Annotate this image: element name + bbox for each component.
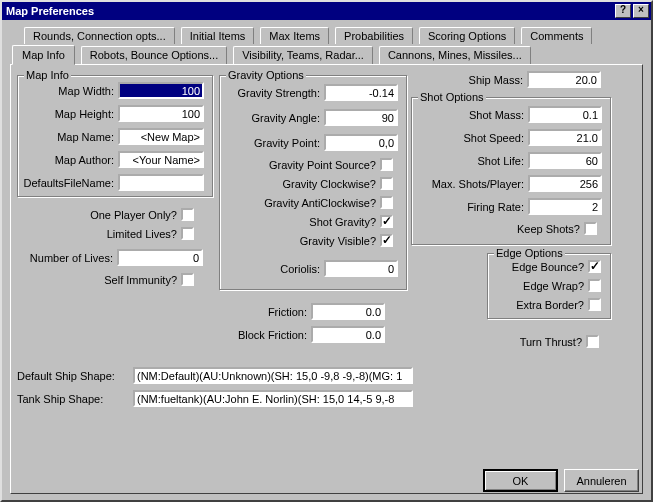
input-map-name[interactable] [118, 128, 204, 145]
input-shot-mass[interactable] [528, 106, 602, 123]
lbl-extra-border: Extra Border? [488, 299, 588, 311]
input-shot-life[interactable] [528, 152, 602, 169]
group-title-edge: Edge Options [494, 247, 565, 259]
input-friction[interactable] [311, 303, 385, 320]
group-title-shot: Shot Options [418, 91, 486, 103]
lbl-tank-ship-shape: Tank Ship Shape: [17, 393, 133, 405]
input-tank-ship-shape[interactable] [133, 390, 413, 407]
lbl-turn-thrust: Turn Thrust? [481, 336, 586, 348]
tab-page: Map Info Map Width: Map Height: Map Name… [10, 64, 643, 494]
tab-robots-bounce[interactable]: Robots, Bounce Options... [81, 46, 227, 65]
input-map-width[interactable] [118, 82, 204, 99]
lbl-grav-anticw: Gravity AntiClockwise? [220, 197, 380, 209]
input-default-ship-shape[interactable] [133, 367, 413, 384]
lbl-edge-bounce: Edge Bounce? [488, 261, 588, 273]
chk-edge-wrap[interactable] [588, 279, 601, 292]
input-firing-rate[interactable] [528, 198, 602, 215]
input-ship-mass[interactable] [527, 71, 601, 88]
lbl-grav-visible: Gravity Visible? [220, 235, 380, 247]
input-grav-point[interactable] [324, 134, 398, 151]
tab-probabilities[interactable]: Probabilities [335, 27, 413, 44]
window-title: Map Preferences [6, 5, 613, 17]
help-button[interactable]: ? [615, 4, 631, 18]
group-edge: Edge Options Edge Bounce? Edge Wrap? Ext… [487, 253, 611, 319]
input-block-friction[interactable] [311, 326, 385, 343]
chk-grav-clockwise[interactable] [380, 177, 393, 190]
lbl-limited-lives: Limited Lives? [51, 228, 181, 240]
chk-keep-shots[interactable] [584, 222, 597, 235]
lbl-friction: Friction: [221, 306, 311, 318]
tab-max-items[interactable]: Max Items [260, 27, 329, 44]
tab-initial-items[interactable]: Initial Items [181, 27, 255, 44]
lbl-shot-life: Shot Life: [412, 155, 528, 167]
input-map-author[interactable] [118, 151, 204, 168]
group-title-map-info: Map Info [24, 69, 71, 81]
tab-comments[interactable]: Comments [521, 27, 592, 44]
lbl-coriolis: Coriolis: [220, 263, 324, 275]
lbl-edge-wrap: Edge Wrap? [488, 280, 588, 292]
lbl-shot-gravity: Shot Gravity? [220, 216, 380, 228]
chk-shot-gravity[interactable] [380, 215, 393, 228]
group-shot: Shot Options Shot Mass: Shot Speed: Shot… [411, 97, 611, 245]
chk-turn-thrust[interactable] [586, 335, 599, 348]
lbl-grav-point: Gravity Point: [220, 137, 324, 149]
tab-scoring-options[interactable]: Scoring Options [419, 27, 515, 44]
input-max-shots[interactable] [528, 175, 602, 192]
tab-visibility-teams[interactable]: Visibility, Teams, Radar... [233, 46, 373, 65]
chk-grav-ptsource[interactable] [380, 158, 393, 171]
group-title-gravity: Gravity Options [226, 69, 306, 81]
lbl-firing-rate: Firing Rate: [412, 201, 528, 213]
tab-map-info[interactable]: Map Info [12, 45, 75, 65]
lbl-keep-shots: Keep Shots? [412, 223, 584, 235]
lbl-map-height: Map Height: [18, 108, 118, 120]
lbl-map-name: Map Name: [18, 131, 118, 143]
lbl-ship-mass: Ship Mass: [411, 74, 527, 86]
lbl-grav-angle: Gravity Angle: [220, 112, 324, 124]
titlebar: Map Preferences ? × [2, 2, 651, 20]
lbl-map-author: Map Author: [18, 154, 118, 166]
lbl-defaults-file: DefaultsFileName: [18, 177, 118, 189]
ok-button[interactable]: OK [483, 469, 558, 492]
lbl-block-friction: Block Friction: [221, 329, 311, 341]
lbl-number-lives: Number of Lives: [17, 252, 117, 264]
input-defaults-file[interactable] [118, 174, 204, 191]
chk-grav-visible[interactable] [380, 234, 393, 247]
lbl-shot-mass: Shot Mass: [412, 109, 528, 121]
chk-extra-border[interactable] [588, 298, 601, 311]
lbl-default-ship-shape: Default Ship Shape: [17, 370, 133, 382]
lbl-grav-strength: Gravity Strength: [220, 87, 324, 99]
tab-cannons-mines[interactable]: Cannons, Mines, Missiles... [379, 46, 531, 65]
cancel-button[interactable]: Annuleren [564, 469, 639, 492]
lbl-grav-clockwise: Gravity Clockwise? [220, 178, 380, 190]
lbl-max-shots: Max. Shots/Player: [412, 178, 528, 190]
lbl-self-immunity: Self Immunity? [51, 274, 181, 286]
input-number-lives[interactable] [117, 249, 203, 266]
chk-edge-bounce[interactable] [588, 260, 601, 273]
chk-self-immunity[interactable] [181, 273, 194, 286]
group-gravity: Gravity Options Gravity Strength: Gravit… [219, 75, 407, 290]
input-coriolis[interactable] [324, 260, 398, 277]
lbl-one-player: One Player Only? [51, 209, 181, 221]
input-grav-strength[interactable] [324, 84, 398, 101]
close-button[interactable]: × [633, 4, 649, 18]
input-shot-speed[interactable] [528, 129, 602, 146]
preferences-dialog: Map Preferences ? × Rounds, Connection o… [0, 0, 653, 502]
chk-grav-anticw[interactable] [380, 196, 393, 209]
input-grav-angle[interactable] [324, 109, 398, 126]
lbl-shot-speed: Shot Speed: [412, 132, 528, 144]
group-map-info: Map Info Map Width: Map Height: Map Name… [17, 75, 213, 197]
lbl-grav-ptsource: Gravity Point Source? [220, 159, 380, 171]
tab-rounds-connection[interactable]: Rounds, Connection opts... [24, 27, 175, 44]
input-map-height[interactable] [118, 105, 204, 122]
chk-limited-lives[interactable] [181, 227, 194, 240]
lbl-map-width: Map Width: [18, 85, 118, 97]
chk-one-player[interactable] [181, 208, 194, 221]
